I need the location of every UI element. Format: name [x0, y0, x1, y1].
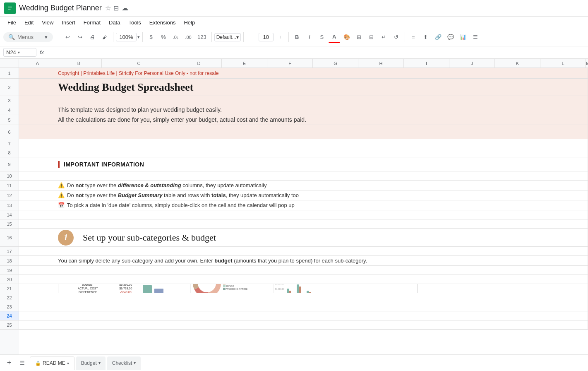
- cell-a6[interactable]: [19, 125, 56, 139]
- tab-readme-chevron[interactable]: ▾: [67, 361, 69, 366]
- percent-button[interactable]: %: [158, 31, 169, 43]
- cell-a10[interactable]: [19, 171, 56, 180]
- decimal-less-button[interactable]: .0↓: [170, 31, 182, 43]
- cell-b8-merged[interactable]: [56, 148, 588, 157]
- col-header-d[interactable]: D: [176, 59, 222, 67]
- row-num-22[interactable]: 22: [0, 293, 19, 302]
- cell-a8[interactable]: [19, 148, 56, 157]
- cell-b24-merged[interactable]: [56, 311, 588, 320]
- undo-button[interactable]: ↩: [62, 31, 73, 43]
- row-num-19[interactable]: 19: [0, 266, 19, 275]
- col-header-c[interactable]: C: [102, 59, 176, 67]
- menu-view[interactable]: View: [38, 19, 57, 26]
- row-num-3[interactable]: 3: [0, 96, 19, 105]
- row-num-12[interactable]: 12: [0, 190, 19, 200]
- col-header-f[interactable]: F: [267, 59, 313, 67]
- borders-button[interactable]: ⊞: [353, 31, 365, 43]
- cell-a1[interactable]: [19, 68, 56, 78]
- row-num-16[interactable]: 16: [0, 229, 19, 247]
- cell-b16[interactable]: 1: [56, 229, 81, 246]
- print-button[interactable]: 🖨: [86, 31, 98, 43]
- number-format-button[interactable]: 123: [195, 31, 209, 43]
- cell-c16-merged[interactable]: Set up your sub-categories & budget: [81, 229, 588, 246]
- row-num-6[interactable]: 6: [0, 125, 19, 139]
- row-num-4[interactable]: 4: [0, 105, 19, 115]
- cell-b20-merged[interactable]: [56, 275, 588, 284]
- cell-a21[interactable]: [19, 284, 56, 293]
- cell-a19[interactable]: [19, 266, 56, 275]
- link-button[interactable]: 🔗: [432, 31, 444, 43]
- cell-a20[interactable]: [19, 275, 56, 284]
- row-num-11[interactable]: 11: [0, 181, 19, 190]
- cell-a14[interactable]: [19, 210, 56, 219]
- cell-b9-merged[interactable]: IMPORTANT INFORMATION: [56, 157, 588, 171]
- format-paint-button[interactable]: 🖌: [99, 31, 110, 43]
- cell-b19-merged[interactable]: [56, 266, 588, 275]
- cell-a11[interactable]: [19, 181, 56, 190]
- star-icon[interactable]: ☆: [105, 4, 113, 12]
- sheet-menu-button[interactable]: ☰: [17, 357, 28, 369]
- cell-b14-merged[interactable]: [56, 210, 588, 219]
- tab-checklist-chevron[interactable]: ▾: [134, 361, 136, 365]
- menu-help[interactable]: Help: [180, 19, 198, 26]
- row-num-7[interactable]: 7: [0, 139, 19, 148]
- cell-b18-merged[interactable]: You can simply delete any sub-category a…: [56, 256, 588, 265]
- text-color-button[interactable]: A: [329, 31, 340, 43]
- cell-b1-merged[interactable]: Copyright | Printables.Life | Strictly F…: [56, 68, 588, 78]
- text-wrap-button[interactable]: ↵: [378, 31, 390, 43]
- col-header-e[interactable]: E: [222, 59, 267, 67]
- cell-reference-box[interactable]: N24 ▾: [3, 48, 36, 57]
- cell-b3-merged[interactable]: [56, 96, 588, 105]
- cell-b15-merged[interactable]: [56, 219, 588, 228]
- zoom-level[interactable]: 100%: [116, 33, 137, 41]
- col-header-a[interactable]: A: [19, 59, 56, 67]
- cell-b6-merged[interactable]: [56, 125, 588, 139]
- row-num-2[interactable]: 2: [0, 79, 19, 96]
- font-family-selector[interactable]: Default... ▾: [214, 33, 241, 41]
- merge-cells-button[interactable]: ⊟: [366, 31, 377, 43]
- cell-a9[interactable]: [19, 157, 56, 171]
- cell-b10-merged[interactable]: [56, 171, 588, 180]
- cell-a15[interactable]: [19, 219, 56, 228]
- chart-button[interactable]: 📊: [457, 31, 469, 43]
- col-header-g[interactable]: G: [313, 59, 358, 67]
- col-header-i[interactable]: I: [404, 59, 449, 67]
- row-num-8[interactable]: 8: [0, 148, 19, 157]
- row-num-24[interactable]: 24: [0, 311, 19, 320]
- cloud-icon[interactable]: ☁: [122, 4, 130, 12]
- row-num-5[interactable]: 5: [0, 115, 19, 125]
- add-sheet-button[interactable]: +: [3, 357, 15, 369]
- text-rotate-button[interactable]: ↺: [391, 31, 402, 43]
- row-num-1[interactable]: 1: [0, 68, 19, 79]
- bold-button[interactable]: B: [291, 31, 303, 43]
- cell-b11-merged[interactable]: ⚠️ Do not type over the difference & out…: [56, 181, 588, 190]
- cell-b22-merged[interactable]: [56, 293, 588, 302]
- cell-a25[interactable]: [19, 320, 56, 329]
- cell-b21-merged[interactable]: Wedding Budget BUDGET SUMMARY TOTAL BUDG…: [56, 284, 588, 293]
- row-num-25[interactable]: 25: [0, 320, 19, 330]
- font-size-input[interactable]: 10: [259, 33, 274, 41]
- cell-a22[interactable]: [19, 293, 56, 302]
- decimal-more-button[interactable]: .00: [182, 31, 194, 43]
- menu-insert[interactable]: Insert: [58, 19, 79, 26]
- col-header-l[interactable]: L: [540, 59, 586, 67]
- cell-b13-merged[interactable]: 📅 To pick a date in 'due date' columns, …: [56, 200, 588, 210]
- cell-b25-merged[interactable]: [56, 320, 588, 329]
- col-header-k[interactable]: K: [495, 59, 540, 67]
- cell-b23-merged[interactable]: [56, 302, 588, 311]
- tab-readme[interactable]: 🔒 READ ME ▾: [30, 357, 74, 370]
- col-header-b[interactable]: B: [56, 59, 102, 67]
- row-num-20[interactable]: 20: [0, 275, 19, 284]
- col-header-m[interactable]: M: [586, 59, 588, 67]
- menu-extensions[interactable]: Extensions: [146, 19, 179, 26]
- row-num-15[interactable]: 15: [0, 219, 19, 229]
- currency-button[interactable]: $: [145, 31, 157, 43]
- menu-data[interactable]: Data: [106, 19, 123, 26]
- cell-a12[interactable]: [19, 190, 56, 200]
- col-header-h[interactable]: H: [358, 59, 404, 67]
- italic-button[interactable]: I: [304, 31, 315, 43]
- row-num-13[interactable]: 13: [0, 200, 19, 210]
- menu-tools[interactable]: Tools: [125, 19, 144, 26]
- cell-a17[interactable]: [19, 247, 56, 255]
- fill-color-button[interactable]: 🎨: [341, 31, 353, 43]
